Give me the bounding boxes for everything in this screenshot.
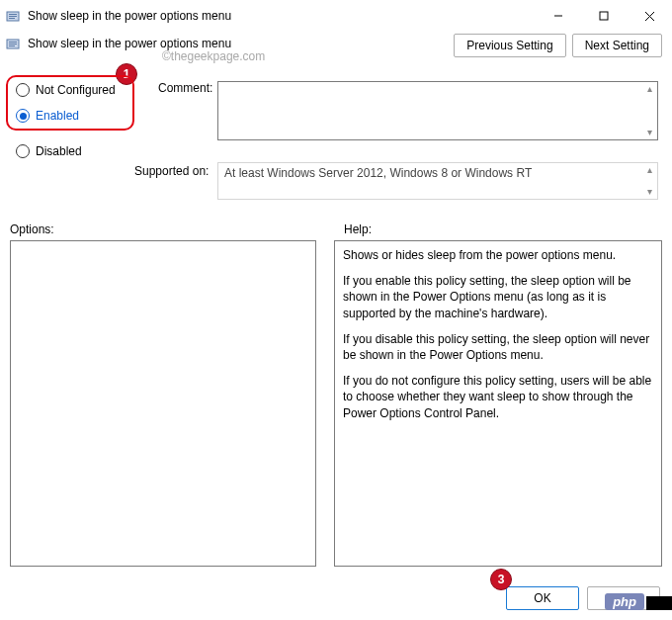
policy-icon	[6, 8, 22, 24]
minimize-button[interactable]	[536, 0, 581, 32]
svg-rect-5	[600, 12, 608, 20]
close-button[interactable]	[627, 0, 672, 32]
overlay-blackbox	[646, 596, 672, 610]
svg-rect-11	[9, 45, 15, 46]
lower-section: Options: Help: Shows or hides sleep from…	[0, 222, 672, 567]
scroll-up-icon[interactable]: ▴	[642, 83, 656, 95]
supported-on-text: At least Windows Server 2012, Windows 8 …	[224, 166, 532, 180]
window-controls	[536, 0, 672, 32]
previous-setting-button[interactable]: Previous Setting	[454, 34, 565, 57]
ok-button[interactable]: OK	[506, 586, 579, 610]
radio-label: Not Configured	[36, 83, 116, 97]
scroll-down-icon[interactable]: ▾	[642, 127, 656, 138]
watermark-text: ©thegeekpage.com	[162, 49, 265, 63]
svg-rect-2	[9, 16, 17, 17]
options-panel	[10, 240, 316, 567]
scroll-up-icon[interactable]: ▴	[642, 164, 656, 176]
scroll-down-icon[interactable]: ▾	[642, 186, 656, 198]
options-label: Options:	[10, 222, 326, 236]
annotation-badge-3: 3	[490, 569, 512, 590]
help-panel: Shows or hides sleep from the power opti…	[334, 240, 662, 567]
next-setting-button[interactable]: Next Setting	[572, 34, 662, 57]
radio-label: Enabled	[36, 109, 79, 123]
help-paragraph: Shows or hides sleep from the power opti…	[343, 247, 653, 263]
annotation-badge-1: 1	[116, 63, 137, 85]
php-watermark: php	[605, 593, 644, 610]
radio-icon	[16, 83, 30, 97]
radio-label: Disabled	[36, 144, 82, 158]
svg-rect-1	[9, 14, 17, 15]
titlebar: Show sleep in the power options menu	[0, 0, 672, 32]
settings-area: 1 Not Configured Enabled Disabled Commen…	[0, 63, 672, 212]
help-paragraph: If you disable this policy setting, the …	[343, 331, 653, 363]
radio-disabled[interactable]: Disabled	[10, 138, 662, 164]
maximize-button[interactable]	[581, 0, 627, 32]
comment-label: Comment:	[158, 81, 212, 95]
svg-rect-9	[9, 42, 17, 43]
supported-on-box: At least Windows Server 2012, Windows 8 …	[217, 162, 658, 200]
help-paragraph: If you enable this policy setting, the s…	[343, 273, 653, 321]
supported-on-label: Supported on:	[134, 164, 209, 178]
header-row: Show sleep in the power options menu Pre…	[0, 32, 672, 57]
radio-icon	[16, 144, 30, 158]
policy-title: Show sleep in the power options menu	[28, 37, 231, 50]
radio-icon	[16, 109, 30, 123]
help-label: Help:	[344, 222, 372, 236]
help-paragraph: If you do not configure this policy sett…	[343, 373, 653, 421]
comment-textarea[interactable]: ▴ ▾	[217, 81, 658, 140]
policy-icon	[6, 36, 22, 51]
svg-rect-3	[9, 18, 15, 19]
window-title: Show sleep in the power options menu	[28, 9, 536, 23]
svg-rect-10	[9, 44, 17, 44]
